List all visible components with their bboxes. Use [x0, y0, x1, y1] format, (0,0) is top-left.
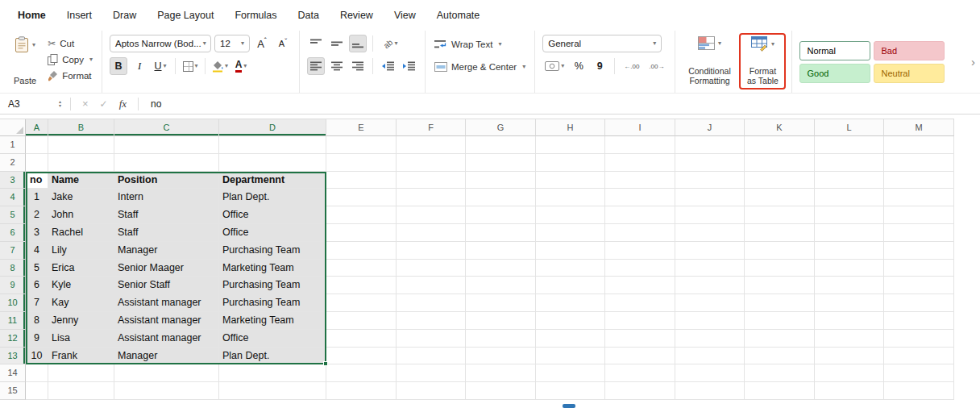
- cell-G8[interactable]: [466, 260, 536, 277]
- cell-J2[interactable]: [675, 154, 745, 172]
- cell-A7[interactable]: 4: [26, 242, 48, 260]
- cell-D10[interactable]: Purchasing Team: [219, 294, 326, 312]
- cell-J9[interactable]: [675, 277, 745, 294]
- cell-A8[interactable]: 5: [26, 260, 48, 277]
- cell-E13[interactable]: [326, 348, 397, 365]
- cell-M15[interactable]: [884, 382, 954, 400]
- cell-B2[interactable]: [48, 154, 114, 172]
- cell-F13[interactable]: [397, 348, 466, 365]
- column-header-H[interactable]: H: [536, 119, 605, 136]
- cell-B7[interactable]: Lily: [48, 242, 114, 260]
- cell-I3[interactable]: [605, 172, 675, 189]
- cell-G7[interactable]: [466, 242, 536, 260]
- row-header-9[interactable]: 9: [0, 277, 26, 294]
- cell-L1[interactable]: [815, 136, 884, 154]
- cell-C13[interactable]: Manager: [114, 348, 219, 365]
- cell-I9[interactable]: [605, 277, 675, 294]
- tab-page-layout[interactable]: Page Layout: [157, 10, 214, 21]
- paste-button[interactable]: ▾ Paste: [10, 35, 39, 88]
- cell-J3[interactable]: [675, 172, 745, 189]
- style-good[interactable]: Good: [799, 64, 870, 83]
- align-left-button[interactable]: [307, 57, 325, 75]
- cell-D9[interactable]: Purchasing Team: [219, 277, 326, 294]
- cell-D8[interactable]: Marketing Team: [219, 260, 326, 277]
- cell-M3[interactable]: [884, 172, 954, 189]
- formula-bar-value[interactable]: no: [151, 98, 161, 110]
- column-header-G[interactable]: G: [466, 119, 536, 136]
- cell-B10[interactable]: Kay: [48, 294, 114, 312]
- cell-I15[interactable]: [605, 382, 675, 400]
- bold-button[interactable]: B: [110, 57, 127, 75]
- cell-L9[interactable]: [815, 277, 884, 294]
- cell-F7[interactable]: [397, 242, 466, 260]
- cell-G2[interactable]: [466, 154, 536, 172]
- cell-C15[interactable]: [114, 382, 219, 400]
- cell-B14[interactable]: [48, 364, 114, 382]
- cell-E8[interactable]: [326, 260, 397, 277]
- style-bad[interactable]: Bad: [874, 41, 945, 60]
- cell-K6[interactable]: [745, 224, 815, 242]
- cell-D1[interactable]: [219, 136, 326, 154]
- cell-I1[interactable]: [605, 136, 675, 154]
- cell-J6[interactable]: [675, 224, 745, 242]
- cell-G4[interactable]: [466, 189, 536, 206]
- cell-J12[interactable]: [675, 330, 745, 348]
- cell-J10[interactable]: [675, 294, 745, 312]
- cell-G9[interactable]: [466, 277, 536, 294]
- borders-button[interactable]: ▾: [181, 57, 199, 75]
- cell-E6[interactable]: [326, 224, 397, 242]
- decrease-indent-button[interactable]: [379, 57, 397, 75]
- cell-C12[interactable]: Assistant manager: [114, 330, 219, 348]
- align-middle-button[interactable]: [328, 35, 346, 52]
- scrollbar-fragment[interactable]: [563, 404, 575, 408]
- align-top-button[interactable]: [307, 35, 325, 52]
- cell-L2[interactable]: [815, 154, 884, 172]
- cell-L10[interactable]: [815, 294, 884, 312]
- cell-F9[interactable]: [397, 277, 466, 294]
- cell-M4[interactable]: [884, 189, 954, 206]
- cell-B4[interactable]: Jake: [48, 189, 114, 206]
- cell-H13[interactable]: [536, 348, 605, 365]
- cell-G14[interactable]: [466, 364, 536, 382]
- italic-button[interactable]: I: [131, 57, 148, 75]
- cell-G1[interactable]: [466, 136, 536, 154]
- cell-I8[interactable]: [605, 260, 675, 277]
- cell-F4[interactable]: [397, 189, 466, 206]
- cell-K13[interactable]: [745, 348, 815, 365]
- cell-A4[interactable]: 1: [26, 189, 48, 206]
- cell-A14[interactable]: [26, 364, 48, 382]
- cell-H12[interactable]: [536, 330, 605, 348]
- cell-F2[interactable]: [397, 154, 466, 172]
- font-size-select[interactable]: 12 ▾: [214, 35, 250, 52]
- column-header-I[interactable]: I: [605, 119, 675, 136]
- cell-J1[interactable]: [675, 136, 745, 154]
- cell-H15[interactable]: [536, 382, 605, 400]
- cell-C9[interactable]: Senior Staff: [114, 277, 219, 294]
- cell-J4[interactable]: [675, 189, 745, 206]
- tab-automate[interactable]: Automate: [437, 10, 480, 21]
- cell-C4[interactable]: Intern: [114, 189, 219, 206]
- cell-K3[interactable]: [745, 172, 815, 189]
- cell-K10[interactable]: [745, 294, 815, 312]
- cell-A2[interactable]: [26, 154, 48, 172]
- column-header-B[interactable]: B: [48, 119, 114, 136]
- cell-B1[interactable]: [48, 136, 114, 154]
- cell-G12[interactable]: [466, 330, 536, 348]
- increase-decimal-button[interactable]: ←.00: [621, 57, 642, 75]
- cell-F12[interactable]: [397, 330, 466, 348]
- fill-color-button[interactable]: ▾: [211, 57, 229, 75]
- cell-K9[interactable]: [745, 277, 815, 294]
- column-header-A[interactable]: A: [26, 119, 48, 136]
- cell-K14[interactable]: [745, 364, 815, 382]
- cell-H1[interactable]: [536, 136, 605, 154]
- cell-D2[interactable]: [219, 154, 326, 172]
- column-header-E[interactable]: E: [326, 119, 397, 136]
- tab-review[interactable]: Review: [340, 10, 373, 21]
- tab-data[interactable]: Data: [297, 10, 318, 21]
- cell-K4[interactable]: [745, 189, 815, 206]
- column-header-M[interactable]: M: [884, 119, 954, 136]
- cell-G11[interactable]: [466, 312, 536, 330]
- cell-B6[interactable]: Rachel: [48, 224, 114, 242]
- cell-A6[interactable]: 3: [26, 224, 48, 242]
- cell-H6[interactable]: [536, 224, 605, 242]
